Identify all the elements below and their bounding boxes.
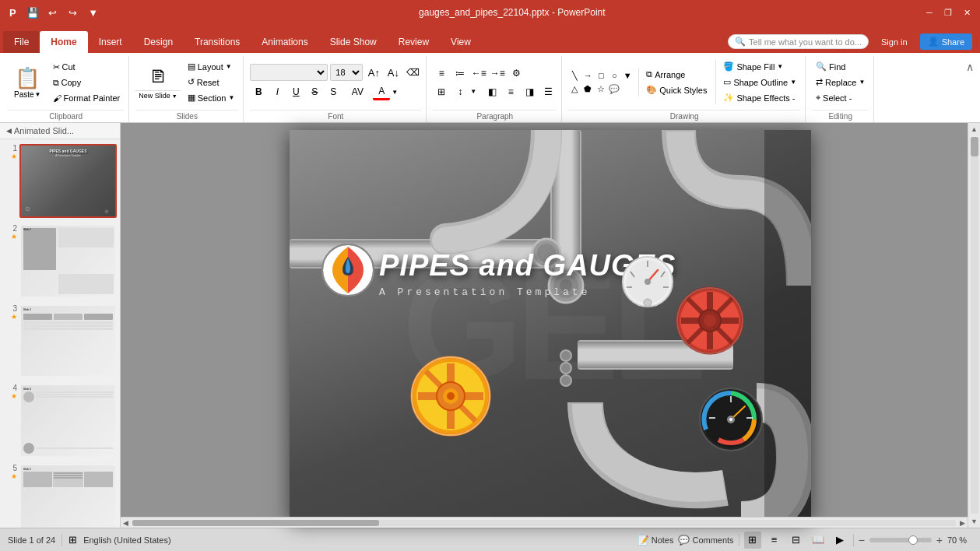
zoom-level[interactable]: 70 % xyxy=(947,535,972,545)
shadow-btn[interactable]: S xyxy=(325,83,342,100)
tab-animations[interactable]: Animations xyxy=(251,31,318,53)
align-left-btn[interactable]: ◧ xyxy=(483,83,501,100)
collapse-ribbon-btn[interactable]: ∧ xyxy=(963,59,977,75)
shape-outline-button[interactable]: ▭ Shape Outline ▼ xyxy=(719,75,800,89)
slide-item-3[interactable]: 3 ★ Slide 3 xyxy=(3,304,117,378)
tab-design[interactable]: Design xyxy=(133,31,184,53)
tab-transitions[interactable]: Transitions xyxy=(184,31,251,53)
redo-quickbtn[interactable]: ↪ xyxy=(65,4,82,21)
font-color-btn[interactable]: A xyxy=(373,83,390,100)
align-justify-btn[interactable]: ☰ xyxy=(539,83,557,100)
select-button[interactable]: ⌖ Select - xyxy=(812,91,869,104)
scroll-down-btn[interactable]: ▼ xyxy=(971,515,978,528)
shape-star-btn[interactable]: ☆ xyxy=(595,82,607,95)
slide-thumb-4[interactable]: Slide 4 xyxy=(19,384,117,458)
slide-item-2[interactable]: 2 ★ Slide 2 xyxy=(3,224,117,298)
comments-btn[interactable]: 💬 Comments xyxy=(678,535,733,546)
cut-button[interactable]: ✂ Cut xyxy=(49,61,125,74)
col-btn[interactable]: ⊞ xyxy=(433,83,450,100)
zoom-plus-btn[interactable]: + xyxy=(936,534,943,546)
replace-button[interactable]: ⇄ Replace ▼ xyxy=(812,75,869,89)
shape-callout-btn[interactable]: 💬 xyxy=(608,82,620,95)
linespacing-arrow[interactable]: ▼ xyxy=(470,88,476,95)
decrease-list-btn[interactable]: ←≡ xyxy=(470,65,487,82)
slide-item-5[interactable]: 5 ★ Slide 5 xyxy=(3,464,117,528)
clear-format-btn[interactable]: ⌫ xyxy=(404,64,421,81)
presenter-view-btn[interactable]: ▶ xyxy=(831,532,848,549)
font-shrink-btn[interactable]: A↓ xyxy=(385,64,402,81)
font-color-arrow[interactable]: ▼ xyxy=(392,89,398,96)
font-size-select[interactable]: 18 xyxy=(330,64,363,81)
h-scroll-track[interactable] xyxy=(132,520,956,526)
strikethrough-btn[interactable]: S xyxy=(306,83,323,100)
numbered-list-btn[interactable]: ≔ xyxy=(451,65,469,82)
tab-file[interactable]: File xyxy=(3,31,40,53)
tell-me-box[interactable]: 🔍 Tell me what you want to do... xyxy=(728,34,869,49)
reading-view-btn[interactable]: 📖 xyxy=(810,532,827,549)
close-btn[interactable]: ✕ xyxy=(960,5,974,19)
undo-quickbtn[interactable]: ↩ xyxy=(44,4,61,21)
signin-button[interactable]: Sign in xyxy=(873,34,915,50)
bold-btn[interactable]: B xyxy=(250,83,267,100)
scroll-left-btn[interactable]: ◀ xyxy=(121,519,131,527)
tab-view[interactable]: View xyxy=(440,31,482,53)
bullet-list-btn[interactable]: ≡ xyxy=(433,65,450,82)
slide-sorter-btn[interactable]: ⊟ xyxy=(788,532,805,549)
slide-canvas[interactable]: GEL xyxy=(290,130,811,521)
slide-item-4[interactable]: 4 ★ Slide 4 xyxy=(3,384,117,458)
zoom-slider[interactable] xyxy=(869,538,932,542)
tab-review[interactable]: Review xyxy=(388,31,440,53)
copy-button[interactable]: ⧉ Copy xyxy=(49,76,125,89)
save-quickbtn[interactable]: 💾 xyxy=(24,4,41,21)
shape-fill-button[interactable]: 🪣 Shape Fill ▼ xyxy=(719,60,800,73)
shape-rt-btn[interactable]: ⬟ xyxy=(581,82,594,95)
slide-layout-icon[interactable]: ⊞ xyxy=(68,534,77,546)
align-right-btn[interactable]: ◨ xyxy=(521,83,538,100)
section-button[interactable]: ▦ Section ▼ xyxy=(184,91,239,104)
tab-slideshow[interactable]: Slide Show xyxy=(319,31,388,53)
customize-quickbtn[interactable]: ▼ xyxy=(85,4,102,21)
shape-oval-btn[interactable]: ○ xyxy=(608,69,620,82)
scroll-right-btn[interactable]: ▶ xyxy=(957,519,968,527)
h-scroll-thumb[interactable] xyxy=(132,520,379,526)
minimize-btn[interactable]: ─ xyxy=(922,5,936,19)
font-grow-btn[interactable]: A↑ xyxy=(365,64,382,81)
slide-thumb-5[interactable]: Slide 5 xyxy=(19,464,117,528)
restore-btn[interactable]: ❐ xyxy=(941,5,955,19)
align-center-btn[interactable]: ≡ xyxy=(502,83,519,100)
tab-insert[interactable]: Insert xyxy=(88,31,133,53)
char-spacing-btn[interactable]: AV xyxy=(349,83,366,100)
underline-btn[interactable]: U xyxy=(287,83,304,100)
shape-tri-btn[interactable]: △ xyxy=(568,82,581,95)
normal-view-btn[interactable]: ⊞ xyxy=(744,532,761,549)
scroll-track[interactable] xyxy=(971,137,978,514)
scroll-thumb[interactable] xyxy=(971,137,978,156)
quick-styles-button[interactable]: 🎨 Quick Styles xyxy=(642,83,711,97)
linespacing-btn[interactable]: ↕ xyxy=(451,83,469,100)
font-name-select[interactable] xyxy=(250,64,328,81)
notes-btn[interactable]: 📝 Notes xyxy=(638,535,674,546)
arrange-button[interactable]: ⧉ Arrange xyxy=(642,68,711,81)
slide-item-1[interactable]: 1 ★ PIPES and GAUGES A Presentation Temp… xyxy=(3,144,117,218)
increase-list-btn[interactable]: →≡ xyxy=(489,65,506,82)
format-painter-button[interactable]: 🖌 Format Painter xyxy=(49,92,125,104)
layout-button[interactable]: ▤ Layout ▼ xyxy=(184,60,239,73)
slide-thumb-2[interactable]: Slide 2 xyxy=(19,224,117,298)
slide-thumb-3[interactable]: Slide 3 xyxy=(19,304,117,378)
shape-arrow-btn[interactable]: → xyxy=(581,69,594,82)
shape-effects-button[interactable]: ✨ Shape Effects - xyxy=(719,91,800,104)
reset-button[interactable]: ↺ Reset xyxy=(184,75,239,89)
shape-line-btn[interactable]: ╲ xyxy=(568,69,581,82)
scroll-up-btn[interactable]: ▲ xyxy=(971,123,978,135)
italic-btn[interactable]: I xyxy=(269,83,286,100)
shape-more-btn[interactable]: ▼ xyxy=(621,69,634,82)
share-button[interactable]: 👤 Share xyxy=(920,33,972,50)
find-button[interactable]: 🔍 Find xyxy=(812,60,869,73)
tab-home[interactable]: Home xyxy=(40,31,87,53)
new-slide-button[interactable]: 🖹 New Slide ▼ xyxy=(135,64,180,100)
outline-view-btn[interactable]: ≡ xyxy=(766,532,783,549)
zoom-minus-btn[interactable]: − xyxy=(859,534,865,546)
slide-thumb-1[interactable]: PIPES and GAUGES A Presentation Template… xyxy=(19,144,117,218)
convert-smartart-btn[interactable]: ⚙ xyxy=(508,65,525,82)
paste-button[interactable]: 📋 Paste ▼ xyxy=(8,63,47,102)
